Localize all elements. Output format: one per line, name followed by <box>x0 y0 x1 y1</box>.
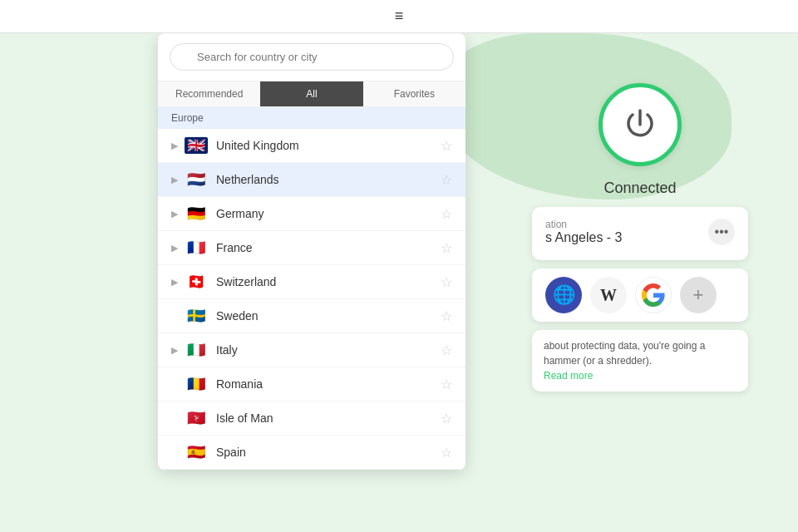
google-g-icon <box>642 283 665 307</box>
favorite-star-icon[interactable]: ☆ <box>441 377 452 392</box>
connection-status-label: Connected <box>532 180 748 197</box>
search-input[interactable] <box>170 43 454 71</box>
flag-de <box>185 205 208 222</box>
flag-uk <box>185 137 208 154</box>
country-name: Sweden <box>216 309 441 323</box>
vpn-status-panel: Connected ation s Angeles - 3 ••• 🌐 W <box>532 83 748 392</box>
list-item[interactable]: ▶ Italy ☆ <box>158 333 466 367</box>
more-options-button[interactable]: ••• <box>708 219 735 245</box>
favorite-star-icon[interactable]: ☆ <box>441 206 452 222</box>
favorite-star-icon[interactable]: ☆ <box>441 274 452 290</box>
wikipedia-icon[interactable]: W <box>590 277 627 313</box>
filter-tabs: Recommended All Favorites <box>158 81 466 107</box>
flag-es <box>185 444 208 461</box>
tab-recommended[interactable]: Recommended <box>158 81 260 106</box>
server-name: s Angeles - 3 <box>545 230 623 245</box>
country-name: Italy <box>216 343 441 357</box>
favorite-star-icon[interactable]: ☆ <box>441 411 452 426</box>
wikipedia-label: W <box>600 286 617 305</box>
power-button[interactable] <box>598 83 682 166</box>
favorite-star-icon[interactable]: ☆ <box>441 342 452 358</box>
tab-favorites[interactable]: Favorites <box>363 81 466 106</box>
favorite-star-icon[interactable]: ☆ <box>441 445 452 461</box>
chevron-icon: ▶ <box>171 209 178 219</box>
country-name: France <box>216 241 441 254</box>
favorite-star-icon[interactable]: ☆ <box>441 172 452 188</box>
section-header-europe: Europe <box>158 107 466 129</box>
list-item[interactable]: ▶ Romania ☆ <box>158 367 466 401</box>
list-item[interactable]: ▶ France ☆ <box>158 231 466 265</box>
hamburger-menu-icon[interactable]: ≡ <box>395 7 404 25</box>
favorite-star-icon[interactable]: ☆ <box>441 138 452 154</box>
country-name: Germany <box>216 207 441 220</box>
power-icon <box>619 104 661 145</box>
quick-access-card: 🌐 W + <box>532 268 748 322</box>
flag-im <box>185 410 208 426</box>
chevron-icon: ▶ <box>171 243 178 254</box>
chevron-icon: ▶ <box>171 175 178 185</box>
flag-it <box>185 342 208 358</box>
connection-type-label: ation <box>545 219 623 230</box>
flag-ro <box>185 376 208 392</box>
read-more-link[interactable]: Read more <box>544 370 593 382</box>
country-name: Romania <box>216 377 441 391</box>
list-item[interactable]: ▶ Spain ☆ <box>158 436 466 470</box>
list-item[interactable]: ▶ Switzerland ☆ <box>158 265 466 299</box>
info-text-card: about protecting data, you're going a ha… <box>532 330 748 392</box>
chevron-icon: ▶ <box>171 345 178 356</box>
country-name: Spain <box>216 446 441 459</box>
chevron-icon: ▶ <box>171 140 178 151</box>
list-item[interactable]: ▶ Isle of Man ☆ <box>158 401 466 436</box>
favorite-star-icon[interactable]: ☆ <box>441 308 452 324</box>
country-selector-panel: 🔍 Recommended All Favorites Europe ▶ Uni… <box>158 33 466 470</box>
flag-se <box>185 308 208 324</box>
list-item[interactable]: ▶ Sweden ☆ <box>158 299 466 333</box>
connection-info-card: ation s Angeles - 3 ••• <box>532 207 748 260</box>
list-item[interactable]: ▶ Germany ☆ <box>158 197 466 231</box>
google-icon[interactable] <box>635 277 672 313</box>
country-list: ▶ United Kingdom ☆ ▶ Netherlands ☆ ▶ Ger… <box>158 129 466 470</box>
flag-fr <box>185 239 208 256</box>
info-text-body: about protecting data, you're going a ha… <box>544 340 705 367</box>
top-bar: ≡ <box>0 0 798 33</box>
country-name: Netherlands <box>216 173 441 186</box>
country-name: United Kingdom <box>216 139 441 152</box>
power-button-container <box>532 83 748 166</box>
globe-icon[interactable]: 🌐 <box>545 277 582 313</box>
chevron-icon: ▶ <box>171 277 178 288</box>
list-item[interactable]: ▶ United Kingdom ☆ <box>158 129 466 163</box>
search-bar: 🔍 <box>158 33 466 81</box>
country-name: Switzerland <box>216 275 441 288</box>
favorite-star-icon[interactable]: ☆ <box>441 240 452 256</box>
flag-ch <box>185 273 208 290</box>
tab-all[interactable]: All <box>260 81 362 106</box>
add-icon-label: + <box>693 284 704 306</box>
list-item[interactable]: ▶ Netherlands ☆ <box>158 163 466 197</box>
flag-nl <box>185 171 208 188</box>
country-name: Isle of Man <box>216 411 441 425</box>
add-shortcut-button[interactable]: + <box>680 277 717 313</box>
